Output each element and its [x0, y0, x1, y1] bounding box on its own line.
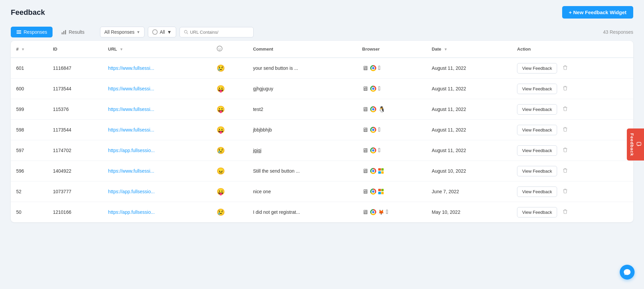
- cell-date: August 10, 2022: [426, 161, 512, 181]
- view-feedback-button[interactable]: View Feedback: [517, 104, 557, 115]
- sort-date-icon[interactable]: ▼: [444, 47, 448, 51]
- apple-icon: : [378, 147, 380, 154]
- all-filter-dropdown[interactable]: All ▼: [148, 27, 176, 37]
- col-url[interactable]: URL ▼: [103, 41, 212, 58]
- cell-action: View Feedback: [512, 99, 633, 120]
- cell-comment: Still the send button ...: [248, 161, 357, 181]
- cell-comment: test2: [248, 99, 357, 120]
- url-link[interactable]: https://app.fullsessio...: [108, 148, 155, 153]
- svg-rect-3: [62, 32, 63, 34]
- trash-icon: [562, 85, 568, 91]
- windows-icon: [378, 189, 384, 194]
- view-feedback-button[interactable]: View Feedback: [517, 84, 557, 94]
- cell-id: 1173544: [47, 120, 103, 140]
- sort-num-icon[interactable]: ▼: [21, 47, 25, 51]
- delete-button[interactable]: [560, 145, 571, 156]
- cell-browser: 🖥: [357, 161, 426, 181]
- trash-icon: [562, 106, 568, 111]
- cell-comment: I did not get registrat...: [248, 202, 357, 223]
- cell-url[interactable]: https://app.fullsessio...: [103, 202, 212, 223]
- delete-button[interactable]: [560, 166, 571, 176]
- cell-comment: nice one: [248, 181, 357, 202]
- svg-rect-4: [63, 31, 64, 34]
- new-feedback-widget-button[interactable]: + New Feedback Widget: [562, 6, 633, 19]
- cell-action: View Feedback: [512, 181, 633, 202]
- delete-button[interactable]: [560, 104, 571, 115]
- url-link[interactable]: https://www.fullsessi...: [108, 168, 154, 174]
- table-row: 597 1174702 https://app.fullsessio... 😢 …: [11, 140, 633, 161]
- cell-url[interactable]: https://www.fullsessi...: [103, 58, 212, 79]
- table-row: 598 1173544 https://www.fullsessi... 😛 j…: [11, 120, 633, 140]
- chrome-icon: [370, 147, 376, 153]
- delete-button[interactable]: [560, 186, 571, 197]
- url-search-input[interactable]: [190, 30, 249, 35]
- cell-emoji: 😛: [211, 99, 248, 120]
- cell-url[interactable]: https://www.fullsessi...: [103, 79, 212, 99]
- cell-num: 600: [11, 79, 47, 99]
- delete-button[interactable]: [560, 63, 571, 74]
- svg-point-10: [220, 48, 221, 49]
- all-responses-filter[interactable]: All Responses ▼: [100, 27, 144, 37]
- view-feedback-button[interactable]: View Feedback: [517, 166, 557, 176]
- cell-num: 52: [11, 181, 47, 202]
- delete-button[interactable]: [560, 207, 571, 218]
- tab-responses[interactable]: Responses: [11, 27, 53, 37]
- trash-icon: [562, 65, 568, 70]
- url-link[interactable]: https://www.fullsessi...: [108, 86, 154, 91]
- delete-button[interactable]: [560, 124, 571, 135]
- monitor-icon: 🖥: [362, 106, 368, 113]
- cell-date: June 7, 2022: [426, 181, 512, 202]
- url-link[interactable]: https://app.fullsessio...: [108, 209, 155, 215]
- sort-url-icon[interactable]: ▼: [120, 47, 123, 51]
- cell-id: 1174702: [47, 140, 103, 161]
- col-date[interactable]: Date ▼: [426, 41, 512, 58]
- col-num: # ▼: [11, 41, 47, 58]
- view-feedback-button[interactable]: View Feedback: [517, 63, 557, 74]
- cell-id: 1116847: [47, 58, 103, 79]
- url-link[interactable]: https://www.fullsessi...: [108, 65, 154, 71]
- table-row: 600 1173544 https://www.fullsessi... 😛 g…: [11, 79, 633, 99]
- view-feedback-button[interactable]: View Feedback: [517, 186, 557, 197]
- view-feedback-button[interactable]: View Feedback: [517, 145, 557, 156]
- view-feedback-button[interactable]: View Feedback: [517, 125, 557, 135]
- cell-action: View Feedback: [512, 58, 633, 79]
- cell-url[interactable]: https://www.fullsessi...: [103, 120, 212, 140]
- cell-action: View Feedback: [512, 120, 633, 140]
- cell-emoji: 😢: [211, 140, 248, 161]
- cell-url[interactable]: https://app.fullsessio...: [103, 140, 212, 161]
- delete-button[interactable]: [560, 83, 571, 94]
- col-action: Action: [512, 41, 633, 58]
- filter-label: All Responses: [104, 29, 135, 35]
- tab-results[interactable]: Results: [56, 27, 90, 37]
- svg-point-9: [219, 48, 219, 49]
- side-feedback-tab[interactable]: Feedback: [627, 128, 644, 161]
- col-comment: Comment: [248, 41, 357, 58]
- apple-icon: : [378, 85, 380, 92]
- cell-url[interactable]: https://app.fullsessio...: [103, 181, 212, 202]
- svg-rect-18: [564, 127, 566, 127]
- url-link[interactable]: https://app.fullsessio...: [108, 189, 155, 194]
- cell-date: August 11, 2022: [426, 99, 512, 120]
- responses-icon: [16, 29, 22, 35]
- cell-url[interactable]: https://www.fullsessi...: [103, 161, 212, 181]
- cell-date: August 11, 2022: [426, 79, 512, 99]
- cell-num: 596: [11, 161, 47, 181]
- side-tab-label: Feedback: [630, 133, 635, 156]
- url-link[interactable]: https://www.fullsessi...: [108, 107, 154, 112]
- cell-num: 599: [11, 99, 47, 120]
- feedback-table: # ▼ ID URL ▼ Comment Browser Date ▼ Acti…: [11, 41, 633, 222]
- url-search-box[interactable]: [180, 27, 254, 37]
- linux-icon: 🐧: [378, 106, 385, 113]
- cell-emoji: 😛: [211, 79, 248, 99]
- view-feedback-button[interactable]: View Feedback: [517, 207, 557, 218]
- cell-comment: your send button is ...: [248, 58, 357, 79]
- url-link[interactable]: https://www.fullsessi...: [108, 127, 154, 133]
- svg-rect-0: [17, 30, 21, 31]
- trash-icon: [562, 147, 568, 152]
- cell-url[interactable]: https://www.fullsessi...: [103, 99, 212, 120]
- chat-bubble[interactable]: [620, 265, 635, 280]
- svg-rect-26: [564, 209, 566, 210]
- cell-date: August 11, 2022: [426, 58, 512, 79]
- cell-id: 1173544: [47, 79, 103, 99]
- cell-num: 598: [11, 120, 47, 140]
